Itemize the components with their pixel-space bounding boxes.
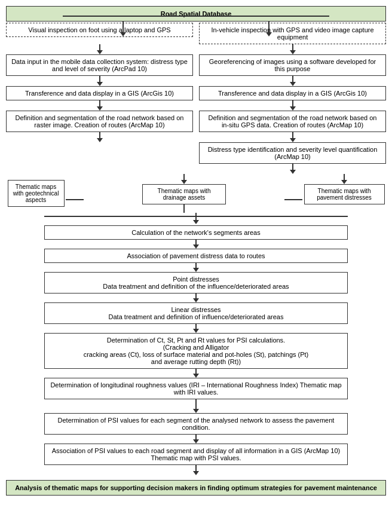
determination-ct-box: Determination of Ct, St, Pt and Rt value… [44, 333, 348, 369]
thematic-pavement-text: Thematic maps with pavement distresses [317, 188, 372, 201]
right-distress-id-box: Distress type identification and severit… [199, 142, 386, 164]
thematic-geo-text: Thematic maps with geotechnical aspects [13, 184, 59, 203]
point-distress-box: Point distressesData treatment and defin… [44, 272, 348, 293]
left-transfer-box: Transference and data display in a GIS (… [6, 86, 193, 100]
thematic-drainage-box: Thematic maps with drainage assets [142, 184, 226, 204]
calc-network-box: Calculation of the network's segments ar… [44, 225, 348, 240]
determination-ct-text: Determination of Ct, St, Pt and Rt value… [84, 337, 309, 365]
thematic-geo-box: Thematic maps with geotechnical aspects [8, 180, 65, 207]
right-transfer-text: Transference and data display in a GIS (… [218, 90, 367, 97]
point-distress-text: Point distressesData treatment and defin… [103, 276, 289, 290]
h-connector-right [284, 199, 302, 200]
assoc-psi-box: Association of PSI values to each road s… [44, 444, 348, 465]
thematic-pavement-box: Thematic maps with pavement distresses [304, 184, 385, 204]
title-box: Road Spatial Database [6, 6, 386, 22]
right-def-box: Definition and segmentation of the road … [199, 111, 386, 132]
assoc-psi-text: Association of PSI values to each road s… [52, 447, 340, 461]
flowchart-diagram: Road Spatial Database [6, 6, 386, 496]
right-geo-box: Georeferencing of images using a softwar… [199, 54, 386, 76]
determination-iri-text: Determination of longitudinal roughness … [50, 381, 341, 396]
left-data-input-text: Data input in the mobile data collection… [11, 58, 188, 72]
right-distress-id-text: Distress type identification and severit… [208, 146, 378, 160]
left-def-text: Definition and segmentation of the road … [16, 114, 184, 129]
calc-network-text: Calculation of the network's segments ar… [131, 229, 261, 236]
determination-iri-box: Determination of longitudinal roughness … [44, 378, 348, 399]
linear-distress-box: Linear distressesData treatment and defi… [44, 302, 348, 324]
assoc-pavement-box: Association of pavement distress data to… [44, 249, 348, 263]
left-def-box: Definition and segmentation of the road … [6, 111, 193, 132]
thematic-drainage-text: Thematic maps with drainage assets [158, 188, 211, 201]
bottom-analysis-box: Analysis of thematic maps for supporting… [6, 480, 386, 496]
left-transfer-text: Transference and data display in a GIS (… [25, 90, 174, 97]
right-def-text: Definition and segmentation of the road … [209, 114, 377, 129]
bottom-analysis-text: Analysis of thematic maps for supporting… [15, 484, 377, 491]
h-connector-left [66, 199, 84, 200]
determination-psi-text: Determination of PSI values for each seg… [58, 417, 335, 431]
right-geo-text: Georeferencing of images using a softwar… [209, 58, 376, 72]
left-data-input-box: Data input in the mobile data collection… [6, 54, 193, 76]
assoc-pavement-text: Association of pavement distress data to… [127, 252, 265, 259]
linear-distress-text: Linear distressesData treatment and defi… [109, 306, 284, 320]
right-transfer-box: Transference and data display in a GIS (… [199, 86, 386, 100]
determination-psi-box: Determination of PSI values for each seg… [44, 413, 348, 435]
